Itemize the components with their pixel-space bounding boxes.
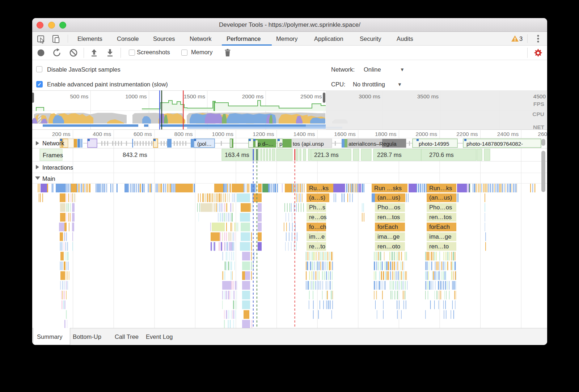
svg-text:Ru…ks: Ru…ks xyxy=(309,185,329,191)
svg-text:221.3 ms: 221.3 ms xyxy=(314,152,339,158)
svg-text:270.6 ms: 270.6 ms xyxy=(429,152,454,158)
svg-text:ren…tos: ren…tos xyxy=(429,214,452,220)
svg-text:ima…ge: ima…ge xyxy=(377,233,400,240)
svg-text:Main: Main xyxy=(42,175,55,182)
svg-text:photo-1487809764082-: photo-1487809764082- xyxy=(466,141,523,147)
svg-text:p d–…: p d–… xyxy=(258,141,274,147)
svg-text:ren…tos: ren…tos xyxy=(377,214,400,220)
svg-text:Network: Network xyxy=(42,140,64,146)
svg-text:forEach: forEach xyxy=(377,223,398,230)
svg-text:228.7 ms: 228.7 ms xyxy=(377,152,402,158)
svg-text:2000 ms: 2000 ms xyxy=(416,131,438,137)
svg-text:2400 ms: 2400 ms xyxy=(497,131,519,137)
svg-text:4500: 4500 xyxy=(533,93,546,99)
svg-text:843.2 ms: 843.2 ms xyxy=(123,152,147,158)
svg-text:re…os: re…os xyxy=(309,214,327,220)
svg-text:(pol…: (pol… xyxy=(197,141,212,147)
svg-text:Run…ks: Run…ks xyxy=(429,185,452,191)
svg-text:Interactions: Interactions xyxy=(42,164,73,171)
svg-text:2500 ms: 2500 ms xyxy=(300,93,322,99)
svg-text:1500 ms: 1500 ms xyxy=(183,93,205,99)
svg-text:1000 ms: 1000 ms xyxy=(212,131,234,137)
svg-text:Pho…os: Pho…os xyxy=(377,204,400,210)
svg-text:2600 ms: 2600 ms xyxy=(538,131,547,137)
svg-text:ren…to: ren…to xyxy=(429,243,449,250)
svg-text:2000 ms: 2000 ms xyxy=(242,93,264,99)
svg-text:(a…s): (a…s) xyxy=(309,194,325,201)
svg-text:tos (api.unsp: tos (api.unsp xyxy=(293,141,324,147)
svg-text:600 ms: 600 ms xyxy=(134,131,152,137)
svg-text:3000 ms: 3000 ms xyxy=(359,93,380,99)
svg-text:ima…ge: ima…ge xyxy=(429,233,451,240)
svg-text:photo-14995: photo-14995 xyxy=(419,141,449,147)
svg-text:1000 ms: 1000 ms xyxy=(125,93,147,99)
svg-text:163.4 ms: 163.4 ms xyxy=(225,152,249,158)
svg-text:Ph…s: Ph…s xyxy=(309,204,325,210)
svg-text:(an…us): (an…us) xyxy=(429,194,452,201)
svg-text:1400 ms: 1400 ms xyxy=(293,131,315,137)
svg-text:p: p xyxy=(279,141,282,147)
svg-text:2200 ms: 2200 ms xyxy=(456,131,478,137)
svg-text:re…to: re…to xyxy=(309,243,325,250)
svg-text:1800 ms: 1800 ms xyxy=(375,131,397,137)
svg-text:1600 ms: 1600 ms xyxy=(334,131,356,137)
svg-text:Pho…os: Pho…os xyxy=(429,204,452,210)
svg-text:Run …sks: Run …sks xyxy=(374,185,402,191)
svg-text:1200 ms: 1200 ms xyxy=(253,131,274,137)
svg-text:400 ms: 400 ms xyxy=(93,131,111,137)
svg-text:aterialIcons–Regula: aterialIcons–Regula xyxy=(348,141,397,147)
svg-text:forEach: forEach xyxy=(429,223,450,230)
svg-text:im…e: im…e xyxy=(309,233,325,240)
svg-text:Frames: Frames xyxy=(43,152,63,158)
svg-text:200 ms: 200 ms xyxy=(52,131,71,137)
svg-text:CPU: CPU xyxy=(532,111,544,117)
svg-text:fo…ch: fo…ch xyxy=(309,223,326,230)
svg-text:800 ms: 800 ms xyxy=(174,131,193,137)
svg-text:FPS: FPS xyxy=(533,101,544,107)
svg-text:500 ms: 500 ms xyxy=(70,93,88,99)
svg-text:ren…oto: ren…oto xyxy=(377,243,400,250)
svg-text:(an…us): (an…us) xyxy=(377,194,400,201)
svg-text:3500 ms: 3500 ms xyxy=(417,93,439,99)
svg-text:NET: NET xyxy=(533,124,545,129)
